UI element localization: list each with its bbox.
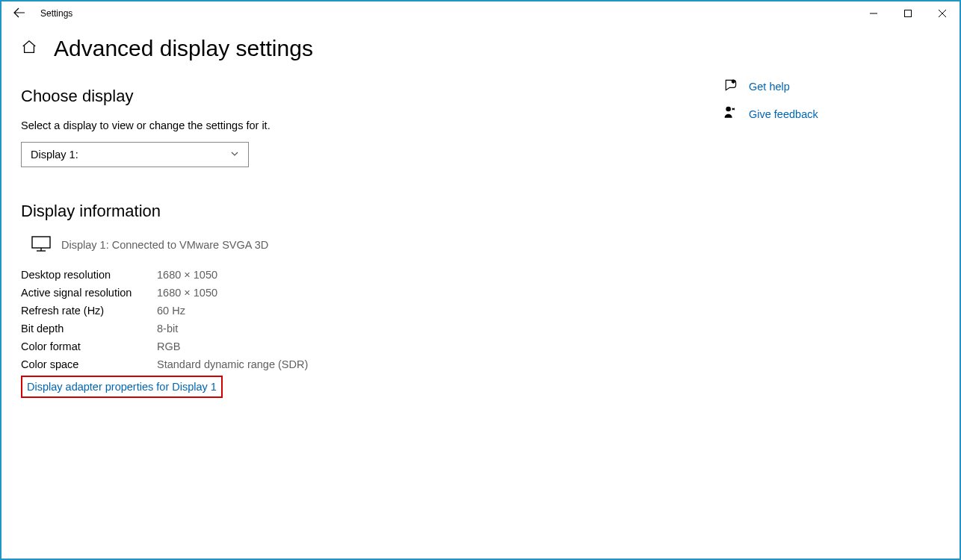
choose-display-subtext: Select a display to view or change the s… <box>21 119 723 131</box>
window-title: Settings <box>37 8 72 19</box>
spec-value: Standard dynamic range (SDR) <box>157 358 308 370</box>
feedback-icon <box>723 105 738 122</box>
spec-value: RGB <box>157 340 180 352</box>
display-select[interactable]: Display 1: <box>21 142 249 167</box>
spec-label: Active signal resolution <box>21 287 157 299</box>
back-button[interactable] <box>1 7 37 21</box>
close-icon <box>939 10 946 17</box>
help-icon: ? <box>723 78 738 95</box>
get-help-link[interactable]: ? Get help <box>723 78 940 95</box>
minimize-button[interactable] <box>856 1 891 25</box>
spec-label: Refresh rate (Hz) <box>21 305 157 317</box>
svg-rect-4 <box>32 237 50 248</box>
display-info-heading: Display information <box>21 202 723 221</box>
spec-row: Active signal resolution 1680 × 1050 <box>21 284 723 302</box>
svg-rect-1 <box>905 10 912 17</box>
maximize-button[interactable] <box>891 1 925 25</box>
adapter-properties-link[interactable]: Display adapter properties for Display 1 <box>27 381 217 393</box>
spec-row: Bit depth 8-bit <box>21 320 723 337</box>
monitor-label: Display 1: Connected to VMware SVGA 3D <box>61 239 268 252</box>
spec-row: Color format RGB <box>21 337 723 355</box>
monitor-icon <box>31 236 51 252</box>
spec-label: Color space <box>21 358 157 370</box>
maximize-icon <box>904 10 912 17</box>
spec-label: Color format <box>21 340 157 352</box>
back-arrow-icon <box>13 7 25 19</box>
spec-row: Desktop resolution 1680 × 1050 <box>21 266 723 284</box>
close-button[interactable] <box>925 1 960 25</box>
give-feedback-link[interactable]: Give feedback <box>723 105 940 122</box>
spec-value: 1680 × 1050 <box>157 269 217 281</box>
choose-display-heading: Choose display <box>21 87 723 106</box>
minimize-icon <box>870 10 877 17</box>
spec-value: 8-bit <box>157 323 178 335</box>
spec-value: 60 Hz <box>157 305 185 317</box>
spec-value: 1680 × 1050 <box>157 287 217 299</box>
page-heading: Advanced display settings <box>54 36 313 61</box>
spec-row: Color space Standard dynamic range (SDR) <box>21 355 723 373</box>
home-icon[interactable] <box>21 39 37 59</box>
highlight-annotation: Display adapter properties for Display 1 <box>21 376 223 398</box>
spec-label: Desktop resolution <box>21 269 157 281</box>
give-feedback-text: Give feedback <box>749 108 818 120</box>
display-select-value: Display 1: <box>31 149 78 161</box>
get-help-text: Get help <box>749 81 790 93</box>
spec-label: Bit depth <box>21 323 157 335</box>
chevron-down-icon <box>230 149 239 161</box>
svg-point-9 <box>726 107 731 112</box>
spec-row: Refresh rate (Hz) 60 Hz <box>21 302 723 320</box>
